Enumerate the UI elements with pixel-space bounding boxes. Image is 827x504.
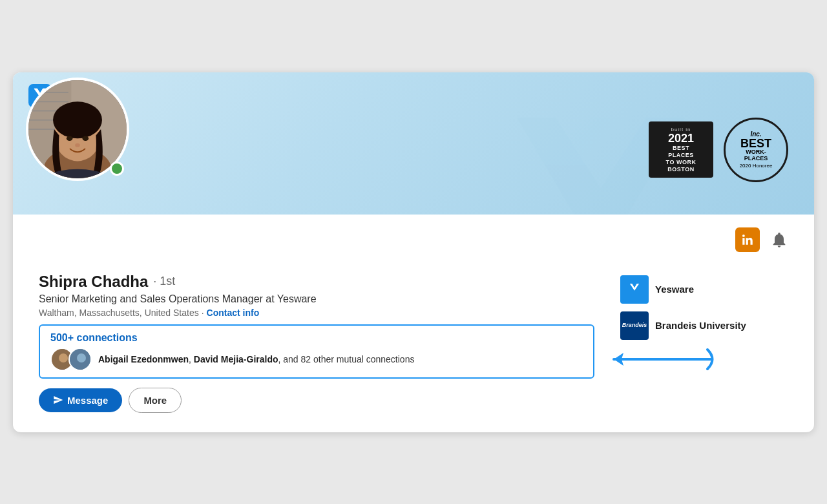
builtin-title: BEST PLACES TO WORK BOSTON — [656, 145, 706, 173]
location-row: Waltham, Massachusetts, United States · … — [39, 308, 594, 318]
mutual-person-1: Abigail Ezedonmwen — [98, 354, 189, 364]
profile-title: Senior Marketing and Sales Operations Ma… — [39, 293, 594, 305]
mutual-connections-text: Abigail Ezedonmwen, David Mejia-Giraldo,… — [98, 354, 414, 364]
name-row: Shipra Chadha · 1st — [39, 273, 594, 291]
mutual-sep: , — [189, 354, 194, 364]
yesware-company-logo — [620, 275, 649, 304]
contact-info-link[interactable]: Contact info — [207, 308, 260, 318]
badges-area: built in 2021 BEST PLACES TO WORK BOSTON… — [649, 118, 788, 182]
avatar-wrap — [26, 78, 129, 181]
connections-wrapper: 500+ connections — [39, 324, 594, 379]
profile-banner: Yesware built in 2021 BEST PLACES TO WOR… — [13, 72, 814, 215]
linkedin-button[interactable] — [735, 227, 760, 252]
mutual-connections-row: Abigail Ezedonmwen, David Mejia-Giraldo,… — [50, 348, 583, 371]
company-name-yesware[interactable]: Yesware — [655, 284, 694, 295]
inc-best: BEST — [740, 138, 771, 149]
yesware-icon — [623, 278, 646, 301]
inc-badge: Inc. BEST WORK-PLACES 2020 Honoree — [724, 118, 788, 182]
svg-point-12 — [53, 101, 102, 138]
send-icon — [53, 395, 63, 405]
svg-point-17 — [59, 353, 68, 362]
company-name-brandeis[interactable]: Brandeis University — [655, 320, 746, 331]
connections-box: 500+ connections — [39, 324, 594, 379]
svg-point-15 — [75, 143, 80, 147]
bell-icon — [770, 231, 788, 249]
message-button[interactable]: Message — [39, 388, 122, 412]
brandeis-logo: Brandeis — [620, 311, 649, 340]
top-right-icons — [735, 227, 788, 252]
mutual-rest: , and 82 other mutual connections — [278, 354, 415, 364]
builtin-year: 2021 — [656, 132, 706, 145]
svg-point-14 — [83, 136, 89, 141]
svg-point-19 — [77, 353, 86, 362]
location-dot: · — [202, 308, 204, 318]
profile-main: Shipra Chadha · 1st Senior Marketing and… — [39, 273, 788, 413]
profile-name: Shipra Chadha — [39, 273, 148, 291]
company-row-brandeis: Brandeis Brandeis University — [620, 311, 788, 340]
profile-left: Shipra Chadha · 1st Senior Marketing and… — [39, 273, 594, 413]
profile-card: Yesware built in 2021 BEST PLACES TO WOR… — [13, 72, 814, 432]
connection-degree: · 1st — [153, 275, 175, 288]
more-button[interactable]: More — [129, 388, 182, 413]
linkedin-icon — [740, 233, 755, 247]
mutual-avatars — [50, 348, 92, 371]
location-text: Waltham, Massachusetts, United States — [39, 308, 199, 318]
notification-bell-button[interactable] — [770, 231, 788, 249]
online-status-dot — [110, 162, 124, 176]
svg-point-13 — [67, 136, 73, 141]
builtin-top: built in — [656, 127, 706, 132]
builtin-badge: built in 2021 BEST PLACES TO WORK BOSTON — [649, 121, 713, 178]
company-row-yesware: Yesware — [620, 275, 788, 304]
action-buttons: Message More — [39, 388, 594, 413]
mutual-person-2: David Mejia-Giraldo — [194, 354, 278, 364]
profile-body: Shipra Chadha · 1st Senior Marketing and… — [13, 215, 814, 432]
mutual-avatar-2 — [68, 348, 92, 371]
arrow-annotation — [607, 340, 724, 379]
inc-sub: WORK-PLACES — [744, 149, 768, 162]
connections-count[interactable]: 500+ connections — [50, 332, 583, 344]
inc-year: 2020 Honoree — [740, 163, 773, 169]
